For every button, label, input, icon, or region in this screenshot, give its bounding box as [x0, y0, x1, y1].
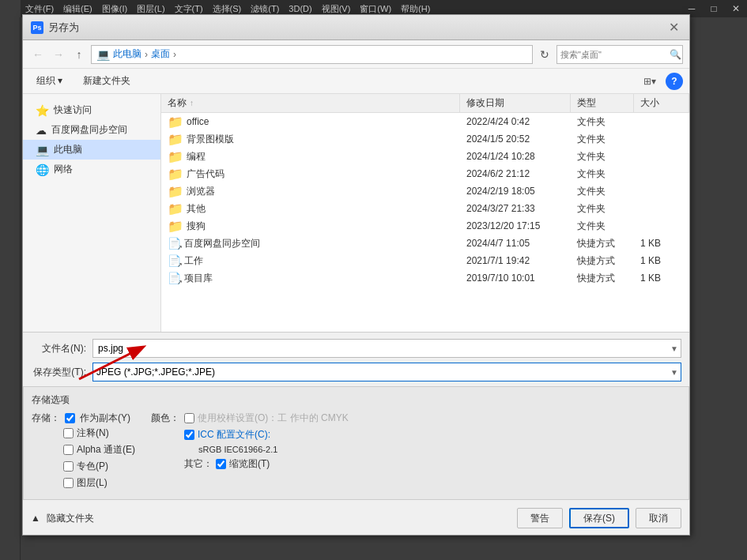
search-input[interactable]: [560, 50, 670, 59]
action-buttons: 警告 保存(S) 取消: [517, 508, 681, 528]
sidebar-item-baidu[interactable]: ☁ 百度网盘同步空间: [23, 120, 160, 140]
nav-refresh-button[interactable]: ↻: [536, 46, 553, 63]
file-name: 其他: [187, 202, 206, 216]
notes-checkbox[interactable]: [63, 428, 74, 438]
filename-input[interactable]: [92, 339, 681, 358]
breadcrumb-sep2: ›: [173, 49, 176, 60]
notes-label: 注释(N): [77, 427, 109, 440]
use-proof-checkbox[interactable]: [184, 413, 194, 423]
nav-forward-button[interactable]: →: [50, 46, 67, 63]
file-type-cell: 文件夹: [571, 148, 634, 165]
spot-checkbox[interactable]: [63, 461, 74, 472]
col-header-date[interactable]: 修改日期: [460, 94, 571, 112]
file-size-cell: [634, 200, 689, 217]
sidebar-item-this-pc[interactable]: 💻 此电脑: [23, 140, 160, 160]
file-date-cell: 2024/3/27 21:33: [460, 200, 571, 217]
ps-close-button[interactable]: ✕: [725, 0, 747, 17]
file-row[interactable]: 📄↗ 工作 2021/7/1 19:42 快捷方式 1 KB: [161, 252, 689, 269]
use-proof-label: 使用校样设置(O)：工 作中的 CMYK: [198, 412, 349, 425]
file-list: 📁 office 2022/4/24 0:42 文件夹 📁 背景图模版 2024…: [161, 113, 689, 332]
sidebar-label-network: 网络: [54, 163, 73, 176]
ps-window-controls: ─ □ ✕: [681, 0, 747, 17]
thumbnail-checkbox[interactable]: [216, 459, 226, 469]
file-date-cell: 2024/1/5 20:52: [460, 130, 571, 148]
icc-checkbox[interactable]: [184, 430, 194, 440]
layers-label: 图层(L): [77, 476, 108, 490]
filetype-label: 保存类型(T):: [31, 366, 86, 379]
dialog-close-button[interactable]: ✕: [666, 20, 681, 36]
save-button[interactable]: 保存(S): [569, 508, 629, 528]
file-name-cell: 📄↗ 项目库: [161, 269, 460, 287]
folder-icon: 📁: [168, 167, 183, 182]
file-name: 广告代码: [187, 167, 224, 181]
file-name-cell: 📁 浏览器: [161, 182, 460, 200]
file-type-cell: 文件夹: [571, 165, 634, 182]
sidebar-item-quick-access[interactable]: ⭐ 快速访问: [23, 100, 160, 120]
icc-label[interactable]: ICC 配置文件(C):: [198, 428, 270, 442]
file-row[interactable]: 📄↗ 项目库 2019/7/10 10:01 快捷方式 1 KB: [161, 269, 689, 287]
save-checkboxes: 存储： 作为副本(Y) 注释(N) Alpha 通道(E): [32, 412, 135, 493]
search-bar: 🔍: [556, 45, 683, 64]
col-header-type[interactable]: 类型: [571, 94, 634, 112]
file-name: 工作: [184, 254, 203, 268]
file-date-cell: 2019/7/10 10:01: [460, 269, 571, 287]
file-row[interactable]: 📁 浏览器 2024/2/19 18:05 文件夹: [161, 182, 689, 200]
ps-left-toolbar: [0, 17, 21, 560]
save-label: 存储：: [32, 412, 60, 425]
col-header-name[interactable]: 名称 ↑: [161, 94, 460, 112]
view-toggle-button[interactable]: ⊞▾: [640, 73, 659, 90]
cancel-button[interactable]: 取消: [636, 508, 681, 528]
breadcrumb-sep: ›: [145, 49, 148, 60]
file-row[interactable]: 📁 背景图模版 2024/1/5 20:52 文件夹: [161, 130, 689, 148]
breadcrumb-pc[interactable]: 此电脑: [113, 47, 141, 61]
file-name-cell: 📁 广告代码: [161, 165, 460, 182]
file-size-cell: [634, 113, 689, 130]
file-name-cell: 📁 office: [161, 113, 460, 130]
layers-checkbox[interactable]: [63, 478, 74, 488]
file-name: 搜狗: [187, 220, 206, 233]
file-row[interactable]: 📁 office 2022/4/24 0:42 文件夹: [161, 113, 689, 130]
new-folder-button[interactable]: 新建文件夹: [76, 72, 138, 91]
file-name: 浏览器: [187, 185, 215, 198]
color-options: 颜色： 使用校样设置(O)：工 作中的 CMYK ICC 配置文件(C):: [151, 412, 349, 493]
color-label: 颜色：: [151, 412, 179, 425]
save-options-title: 存储选项: [32, 393, 681, 407]
file-size-cell: 1 KB: [634, 269, 689, 287]
file-row[interactable]: 📁 其他 2024/3/27 21:33 文件夹: [161, 200, 689, 217]
alpha-checkbox[interactable]: [63, 445, 74, 455]
file-row[interactable]: 📁 广告代码 2024/6/2 21:12 文件夹: [161, 165, 689, 182]
breadcrumb-desktop[interactable]: 桌面: [151, 47, 170, 61]
view-icon: ⊞▾: [643, 76, 656, 87]
as-copy-checkbox[interactable]: [65, 413, 75, 423]
organize-label: 组织 ▾: [36, 74, 62, 88]
file-row[interactable]: 📄↗ 百度网盘同步空间 2024/4/7 11:05 快捷方式 1 KB: [161, 235, 689, 252]
filetype-select[interactable]: JPEG (*.JPG;*.JPEG;*.JPE)PNG (*.PNG)BMP …: [92, 363, 681, 381]
ps-maximize-button[interactable]: □: [703, 0, 725, 17]
search-icon: 🔍: [670, 49, 681, 60]
file-name: 百度网盘同步空间: [184, 237, 260, 250]
file-row[interactable]: 📁 搜狗 2023/12/20 17:15 文件夹: [161, 217, 689, 235]
hide-folders-button[interactable]: ▲ 隐藏文件夹: [31, 512, 94, 525]
hide-folders-arrow: ▲: [31, 513, 40, 524]
file-size-cell: 1 KB: [634, 252, 689, 269]
nav-up-button[interactable]: ↑: [70, 46, 88, 63]
file-type-cell: 快捷方式: [571, 235, 634, 252]
sidebar-item-network[interactable]: 🌐 网络: [23, 160, 160, 179]
help-button[interactable]: ?: [666, 73, 683, 90]
alpha-label: Alpha 通道(E): [77, 443, 135, 457]
file-row[interactable]: 📁 编程 2024/1/24 10:28 文件夹: [161, 148, 689, 165]
warning-button[interactable]: 警告: [517, 508, 563, 528]
file-type-cell: 文件夹: [571, 130, 634, 148]
network-icon: 🌐: [36, 163, 49, 176]
col-header-size[interactable]: 大小: [634, 94, 689, 112]
nav-back-button[interactable]: ←: [29, 46, 47, 63]
folder-icon: 📁: [168, 219, 183, 234]
filetype-select-wrapper: JPEG (*.JPG;*.JPEG;*.JPE)PNG (*.PNG)BMP …: [92, 363, 681, 381]
dialog-title-left: Ps 另存为: [31, 21, 79, 35]
save-options-area: 存储选项 存储： 作为副本(Y) 注释(N): [23, 386, 689, 500]
organize-button[interactable]: 组织 ▾: [29, 72, 70, 91]
breadcrumb-bar: 💻 此电脑 › 桌面 ›: [91, 45, 533, 64]
folder-icon: 📁: [168, 201, 183, 216]
spot-label: 专色(P): [77, 460, 108, 473]
file-type-cell: 文件夹: [571, 182, 634, 200]
